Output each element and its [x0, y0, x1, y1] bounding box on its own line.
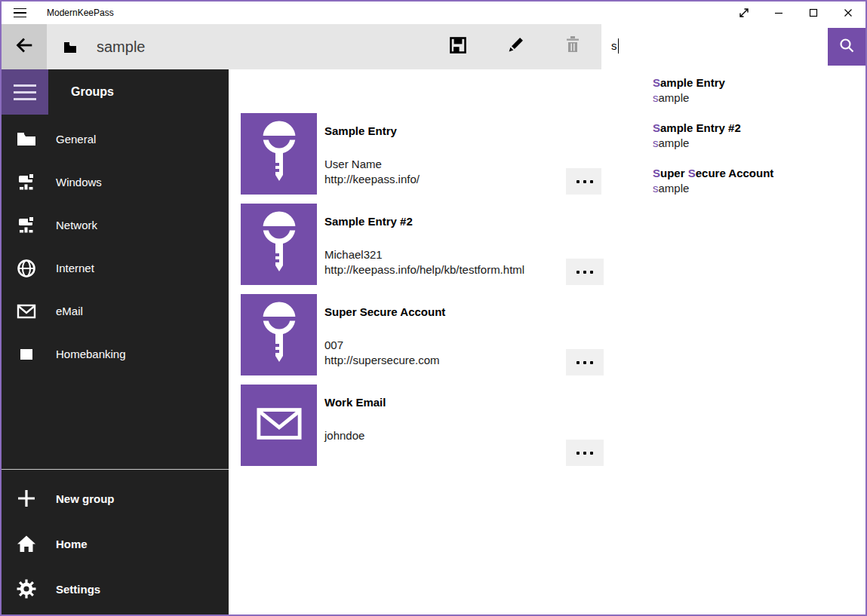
entry-username: 007 — [324, 338, 445, 353]
search-result[interactable]: Sample Entry #2 sample — [601, 119, 865, 164]
search-result-title: Sample Entry #2 — [653, 121, 859, 134]
minimize-icon — [773, 7, 785, 19]
square-icon — [17, 345, 36, 364]
network-icon — [17, 173, 36, 192]
globe-icon — [17, 259, 36, 278]
entry-title: Sample Entry — [324, 124, 420, 139]
entry-tile[interactable] — [241, 294, 317, 375]
search-flyout: s Sample Entry sample Sample Entry #2 sa… — [601, 24, 865, 222]
minimize-button[interactable] — [761, 2, 796, 24]
entry-tile[interactable] — [241, 204, 317, 285]
search-result[interactable]: Super Secure Account sample — [601, 164, 865, 210]
back-button[interactable] — [2, 24, 47, 69]
edit-icon — [506, 35, 525, 58]
sidebar-item-windows[interactable]: Windows — [2, 161, 229, 204]
hamburger-icon[interactable] — [2, 2, 38, 24]
entry-username: johndoe — [324, 428, 386, 443]
entry-list: Sample Entry User Name http://keepass.in… — [241, 113, 604, 475]
fullscreen-button[interactable] — [727, 2, 761, 24]
group-list: General Windows Network — [2, 118, 229, 375]
sidebar-item-label: New group — [56, 492, 115, 505]
more-button[interactable] — [566, 259, 604, 285]
key-icon — [255, 299, 303, 371]
key-icon — [255, 118, 303, 190]
settings-button[interactable]: Settings — [2, 566, 229, 611]
home-button[interactable]: Home — [2, 521, 229, 566]
back-icon — [13, 34, 35, 60]
entry-info: Sample Entry User Name http://keepass.in… — [324, 113, 420, 195]
sidebar-item-label: Network — [56, 219, 97, 231]
search-result[interactable]: Sample Entry sample — [601, 74, 865, 119]
more-button[interactable] — [566, 168, 604, 195]
home-icon — [17, 534, 36, 553]
sidebar-item-label: Settings — [56, 583, 100, 596]
entry-info: Sample Entry #2 Michael321 http://keepas… — [324, 204, 524, 285]
entry-details: johndoe — [324, 428, 386, 443]
save-button[interactable] — [446, 33, 470, 60]
entry-username: Michael321 — [324, 247, 524, 262]
sidebar-item-homebanking[interactable]: Homebanking — [2, 333, 229, 375]
sidebar-header-row: Groups — [2, 69, 229, 115]
entry-url: http://keepass.info/help/kb/testform.htm… — [324, 262, 524, 277]
titlebar: ModernKeePass — [2, 2, 865, 24]
sidebar-item-label: Home — [56, 538, 88, 550]
entry-details: Michael321 http://keepass.info/help/kb/t… — [324, 247, 524, 277]
current-group-title: sample — [97, 38, 145, 56]
app-title: ModernKeePass — [47, 8, 114, 18]
expand-icon — [738, 7, 750, 19]
search-result-subtitle: sample — [653, 91, 859, 104]
groups-header: Groups — [71, 85, 114, 99]
edit-button[interactable] — [503, 33, 527, 60]
search-result-title: Sample Entry — [653, 76, 859, 89]
sidebar-item-network[interactable]: Network — [2, 204, 229, 247]
entry-row[interactable]: Super Secure Account 007 http://supersec… — [241, 294, 604, 375]
entry-details: User Name http://keepass.info/ — [324, 157, 420, 187]
key-icon — [255, 208, 303, 280]
entry-row[interactable]: Sample Entry #2 Michael321 http://keepas… — [241, 204, 604, 285]
window-controls — [727, 2, 865, 24]
sidebar-footer: New group Home — [2, 469, 229, 614]
nav-toggle-button[interactable] — [2, 69, 48, 115]
entry-row[interactable]: Work Email johndoe — [241, 385, 604, 466]
delete-icon — [564, 35, 582, 58]
mail-icon — [256, 406, 303, 445]
search-button[interactable] — [828, 28, 865, 66]
sidebar-item-email[interactable]: eMail — [2, 290, 229, 333]
sidebar-item-general[interactable]: General — [2, 118, 229, 161]
sidebar-item-label: Windows — [56, 176, 102, 188]
app-window: ModernKeePass — [0, 0, 867, 616]
sidebar-item-label: eMail — [56, 305, 83, 317]
close-icon — [842, 7, 854, 19]
entry-title: Sample Entry #2 — [324, 214, 524, 229]
gear-icon — [17, 579, 36, 599]
search-query-text: s — [611, 39, 617, 52]
sidebar: Groups General Windows — [2, 69, 229, 614]
sidebar-item-label: Internet — [56, 262, 94, 274]
entry-info: Work Email johndoe — [324, 385, 386, 466]
more-button[interactable] — [566, 440, 604, 466]
search-input[interactable]: s — [601, 24, 828, 67]
entry-row[interactable]: Sample Entry User Name http://keepass.in… — [241, 113, 604, 195]
sidebar-item-label: Homebanking — [56, 348, 126, 360]
entry-tile[interactable] — [241, 385, 317, 466]
save-icon — [448, 35, 468, 58]
sidebar-item-internet[interactable]: Internet — [2, 247, 229, 290]
sidebar-item-label: General — [56, 133, 96, 146]
entry-title: Work Email — [324, 395, 386, 410]
entry-tile[interactable] — [241, 113, 317, 195]
plus-icon — [17, 489, 36, 508]
entry-url: http://keepass.info/ — [324, 172, 420, 187]
entry-info: Super Secure Account 007 http://supersec… — [324, 294, 445, 375]
folder-icon — [17, 130, 36, 149]
more-button[interactable] — [566, 349, 604, 375]
maximize-button[interactable] — [796, 2, 831, 24]
search-results-dropdown: Sample Entry sample Sample Entry #2 samp… — [601, 67, 865, 222]
delete-button[interactable] — [561, 33, 585, 60]
close-button[interactable] — [831, 2, 865, 24]
search-box: s — [601, 24, 865, 67]
search-result-title: Super Secure Account — [653, 167, 859, 179]
appbar-toolbar — [446, 33, 585, 60]
text-caret — [618, 38, 619, 54]
new-group-button[interactable]: New group — [2, 476, 229, 521]
network-icon — [17, 216, 36, 235]
